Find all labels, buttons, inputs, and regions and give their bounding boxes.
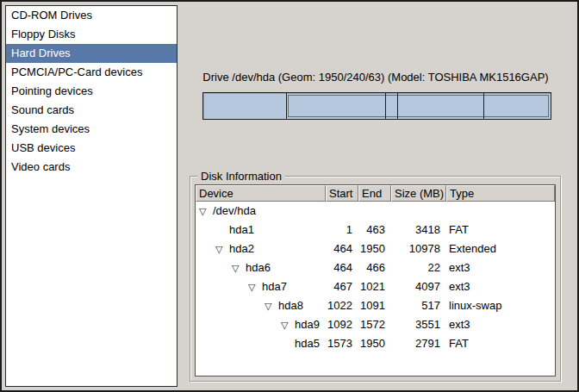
cell-start: 1092 [326, 315, 358, 334]
sidebar-item-video-cards[interactable]: Video cards [6, 158, 177, 177]
partition-table-body: ▽/dev/hda▽hda114633418FAT▽hda24641950109… [196, 202, 555, 353]
cell-type: ext3 [446, 315, 555, 334]
sidebar-item-hard-drives[interactable]: Hard Drives [6, 44, 177, 63]
cell-size: 10978 [391, 240, 446, 258]
device-label: hda7 [262, 277, 287, 296]
device-label: /dev/hda [213, 202, 256, 221]
partition-bar [202, 92, 551, 120]
column-header-end[interactable]: End [358, 185, 391, 202]
cell-device: ▽hda2 [196, 240, 326, 258]
table-row-hda1[interactable]: ▽hda114633418FAT [196, 221, 555, 240]
cell-start: 1 [326, 221, 358, 240]
expander-icon[interactable]: ▽ [199, 202, 213, 221]
cell-type: ext3 [446, 258, 555, 277]
table-row-dev-hda[interactable]: ▽/dev/hda [196, 202, 555, 221]
expander-icon[interactable]: ▽ [281, 315, 295, 334]
cell-start: 1022 [326, 296, 358, 315]
cell-type: FAT [446, 334, 555, 353]
device-label: hda8 [278, 296, 303, 315]
cell-device: ▽hda1 [196, 221, 326, 240]
partition-divider [483, 93, 484, 119]
cell-end: 466 [358, 258, 391, 277]
cell-size: 517 [391, 296, 446, 315]
column-header-type[interactable]: Type [446, 185, 555, 202]
cell-size: 3551 [391, 315, 446, 334]
partition-divider [385, 93, 386, 119]
sidebar-item-floppy-disks[interactable]: Floppy Disks [6, 25, 177, 44]
cell-start: 464 [326, 258, 358, 277]
column-header-start[interactable]: Start [326, 185, 358, 202]
table-row-hda2[interactable]: ▽hda2464195010978Extended [196, 240, 555, 258]
partition-divider [397, 93, 398, 119]
cell-end: 1021 [358, 277, 391, 296]
expander-icon[interactable]: ▽ [215, 240, 229, 258]
extended-partition-outline [288, 95, 549, 117]
column-header-size-mb[interactable]: Size (MB) [391, 185, 446, 202]
cell-size: 3418 [391, 221, 446, 240]
device-label: hda5 [295, 334, 320, 353]
cell-type: FAT [446, 221, 555, 240]
device-category-list: CD-ROM DrivesFloppy DisksHard DrivesPCMC… [5, 5, 177, 387]
cell-type: Extended [446, 240, 555, 258]
table-row-hda5[interactable]: ▽hda5157319502791FAT [196, 334, 555, 353]
expander-icon[interactable]: ▽ [265, 296, 278, 315]
cell-device: ▽hda6 [196, 258, 326, 277]
cell-start: 467 [326, 277, 358, 296]
sidebar-item-system-devices[interactable]: System devices [6, 120, 177, 139]
table-row-hda8[interactable]: ▽hda810221091517linux-swap [196, 296, 555, 315]
partition-table-header: DeviceStartEndSize (MB)Type [196, 185, 555, 202]
cell-device: ▽hda8 [196, 296, 326, 315]
table-row-hda7[interactable]: ▽hda746710214097ext3 [196, 277, 555, 296]
disk-information-label: Disk Information [197, 170, 285, 183]
drive-title: Drive /dev/hda (Geom: 1950/240/63) (Mode… [199, 71, 552, 84]
column-header-device[interactable]: Device [196, 185, 326, 202]
sidebar-item-usb-devices[interactable]: USB devices [6, 139, 177, 158]
cell-size: 4097 [391, 277, 446, 296]
sidebar-item-sound-cards[interactable]: Sound cards [6, 101, 177, 120]
cell-type: linux-swap [446, 296, 555, 315]
partition-table: DeviceStartEndSize (MB)Type ▽/dev/hda▽hd… [195, 184, 556, 376]
device-label: hda2 [229, 240, 254, 258]
hardware-browser-window: CD-ROM DrivesFloppy DisksHard DrivesPCMC… [0, 0, 579, 392]
cell-end: 1572 [358, 315, 391, 334]
expander-icon[interactable]: ▽ [248, 277, 262, 296]
device-label: hda6 [246, 258, 271, 277]
cell-device: ▽/dev/hda [196, 202, 326, 221]
sidebar-item-pcmcia-pc-card-devices[interactable]: PCMCIA/PC-Card devices [6, 63, 177, 82]
device-label: hda1 [229, 221, 254, 240]
cell-start: 464 [326, 240, 358, 258]
table-row-hda6[interactable]: ▽hda646446622ext3 [196, 258, 555, 277]
sidebar-item-pointing-devices[interactable]: Pointing devices [6, 82, 177, 101]
partition-divider [286, 93, 287, 119]
expander-icon[interactable]: ▽ [232, 258, 246, 277]
device-label: hda9 [295, 315, 320, 334]
table-row-hda9[interactable]: ▽hda9109215723551ext3 [196, 315, 555, 334]
cell-device: ▽hda9 [196, 315, 326, 334]
cell-device: ▽hda5 [196, 334, 326, 353]
disk-information-frame: Disk Information DeviceStartEndSize (MB)… [190, 176, 561, 382]
cell-end: 1091 [358, 296, 391, 315]
cell-device: ▽hda7 [196, 277, 326, 296]
cell-type: ext3 [446, 277, 555, 296]
cell-end: 463 [358, 221, 391, 240]
cell-end: 1950 [358, 334, 391, 353]
cell-end: 1950 [358, 240, 391, 258]
cell-size: 2791 [391, 334, 446, 353]
cell-start: 1573 [326, 334, 358, 353]
sidebar-item-cd-rom-drives[interactable]: CD-ROM Drives [6, 6, 177, 25]
cell-size: 22 [391, 258, 446, 277]
